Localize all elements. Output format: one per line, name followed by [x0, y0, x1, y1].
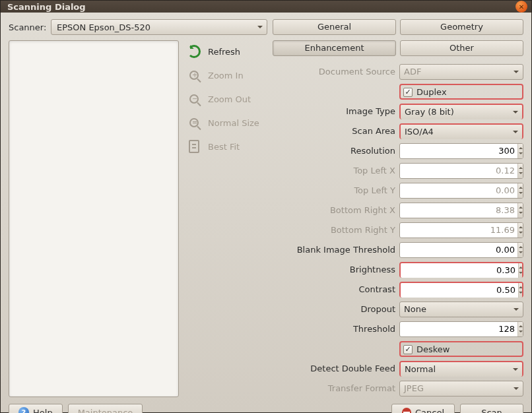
tab-geometry[interactable]: Geometry: [400, 19, 523, 35]
settings-form: Document Source ADF ✓ Duplex Image Type …: [273, 60, 523, 397]
row-duplex: ✓ Duplex: [273, 82, 523, 100]
zoom-out-label: Zoom Out: [208, 94, 251, 104]
row-threshold: Threshold: [273, 320, 523, 338]
bottom-bar: ? Help Maintenance Cancel Scan: [9, 397, 523, 413]
scanner-dropdown[interactable]: EPSON Epson_DS-520: [51, 19, 267, 35]
spinner-arrows-icon[interactable]: [517, 243, 523, 257]
zoom-in-icon: +: [187, 68, 201, 82]
help-label: Help: [33, 408, 53, 414]
tab-general[interactable]: General: [273, 19, 396, 35]
bottom-right-y-input[interactable]: [400, 223, 517, 238]
scan-area-dropdown[interactable]: ISO/A4: [401, 125, 522, 139]
window-title: Scanning Dialog: [5, 2, 515, 12]
row-deskew: ✓ Deskew: [273, 340, 523, 358]
left-column: Refresh + Zoom In − Zoom Out = Normal Si…: [9, 40, 266, 397]
cancel-label: Cancel: [415, 408, 444, 414]
zoom-out-icon: −: [187, 92, 201, 106]
row-scan-area: Scan Area ISO/A4: [273, 122, 523, 140]
refresh-button[interactable]: Refresh: [184, 43, 262, 60]
row-top-left-x: Top Left X: [273, 162, 523, 179]
checkbox-icon: ✓: [403, 88, 413, 97]
duplex-checkbox[interactable]: ✓ Duplex: [401, 85, 522, 100]
row-dropout: Dropout None: [273, 300, 523, 318]
spinner-arrows-icon[interactable]: [517, 164, 523, 178]
spinner-arrows-icon[interactable]: [517, 144, 523, 158]
maintenance-label: Maintenance: [78, 408, 133, 414]
cancel-button[interactable]: Cancel: [391, 404, 455, 413]
spinner-arrows-icon[interactable]: [517, 322, 523, 336]
bottom-right-y-spinner[interactable]: [399, 222, 523, 238]
scan-button[interactable]: Scan: [460, 404, 523, 413]
help-icon: ?: [18, 407, 29, 413]
spinner-arrows-icon[interactable]: [517, 183, 523, 198]
bottom-right-x-input[interactable]: [400, 203, 517, 218]
scan-label: Scan: [481, 408, 502, 414]
image-type-dropdown[interactable]: Gray (8 bit): [401, 105, 522, 119]
normal-size-button[interactable]: = Normal Size: [184, 114, 262, 131]
row-top-left-y: Top Left Y: [273, 181, 523, 199]
main-row: Refresh + Zoom In − Zoom Out = Normal Si…: [9, 40, 523, 397]
top-left-x-spinner[interactable]: [399, 163, 523, 179]
best-fit-button[interactable]: Best Fit: [184, 138, 262, 155]
contrast-input[interactable]: [401, 283, 518, 298]
top-left-x-input[interactable]: [400, 164, 517, 178]
resolution-spinner[interactable]: [399, 143, 523, 159]
row-transfer-format: Transfer Format JPEG: [273, 379, 523, 397]
spinner-arrows-icon[interactable]: [518, 263, 522, 278]
scanner-label: Scanner:: [9, 22, 46, 32]
dialog-content: Scanner: EPSON Epson_DS-520 General Geom…: [1, 13, 531, 413]
top-left-y-spinner[interactable]: [399, 183, 523, 199]
row-detect-double-feed: Detect Double Feed Normal: [273, 360, 523, 377]
threshold-input[interactable]: [400, 322, 517, 336]
row-image-type: Image Type Gray (8 bit): [273, 102, 523, 120]
tool-list: Refresh + Zoom In − Zoom Out = Normal Si…: [184, 40, 262, 397]
spinner-arrows-icon[interactable]: [517, 203, 523, 218]
scanning-dialog-window: Scanning Dialog ✕ Scanner: EPSON Epson_D…: [0, 0, 532, 413]
maintenance-button[interactable]: Maintenance: [68, 404, 143, 413]
duplex-label: Duplex: [416, 87, 447, 97]
refresh-icon: [187, 44, 201, 59]
row-blank-threshold: Blank Image Threshold: [273, 241, 523, 259]
best-fit-label: Best Fit: [208, 142, 240, 152]
close-icon[interactable]: ✕: [515, 1, 527, 13]
top-row: Scanner: EPSON Epson_DS-520 General Geom…: [9, 19, 523, 35]
scanner-value: EPSON Epson_DS-520: [57, 22, 150, 32]
zoom-in-label: Zoom In: [208, 71, 244, 80]
document-source-dropdown[interactable]: ADF: [399, 64, 523, 80]
normal-size-icon: =: [187, 115, 201, 130]
help-button[interactable]: ? Help: [9, 404, 63, 413]
tab-enhancement[interactable]: Enhancement: [273, 40, 396, 56]
brightness-input[interactable]: [401, 263, 518, 278]
zoom-in-button[interactable]: + Zoom In: [184, 67, 262, 84]
blank-threshold-input[interactable]: [400, 243, 517, 257]
brightness-spinner[interactable]: [401, 263, 522, 278]
deskew-checkbox[interactable]: ✓ Deskew: [401, 342, 522, 357]
row-bottom-right-x: Bottom Right X: [273, 201, 523, 219]
preview-pane[interactable]: [9, 40, 179, 397]
checkbox-icon: ✓: [403, 345, 413, 354]
row-resolution: Resolution: [273, 142, 523, 160]
refresh-label: Refresh: [208, 47, 240, 57]
cancel-icon: [402, 408, 411, 413]
transfer-format-dropdown[interactable]: JPEG: [399, 381, 523, 397]
top-left-y-input[interactable]: [400, 183, 517, 198]
right-column: Enhancement Other Document Source ADF ✓ …: [273, 40, 523, 397]
row-bottom-right-y: Bottom Right Y: [273, 221, 523, 239]
bottom-right-x-spinner[interactable]: [399, 203, 523, 218]
spinner-arrows-icon[interactable]: [517, 223, 523, 238]
detect-double-feed-dropdown[interactable]: Normal: [401, 362, 522, 377]
threshold-spinner[interactable]: [399, 321, 523, 337]
dropout-dropdown[interactable]: None: [399, 302, 523, 317]
zoom-out-button[interactable]: − Zoom Out: [184, 90, 262, 108]
blank-threshold-spinner[interactable]: [399, 242, 523, 258]
row-brightness: Brightness: [273, 261, 523, 278]
row-document-source: Document Source ADF: [273, 63, 523, 80]
titlebar[interactable]: Scanning Dialog ✕: [1, 1, 531, 13]
tab-other[interactable]: Other: [400, 40, 523, 56]
normal-size-label: Normal Size: [208, 118, 259, 128]
row-contrast: Contrast: [273, 280, 523, 298]
contrast-spinner[interactable]: [401, 283, 522, 298]
spinner-arrows-icon[interactable]: [518, 283, 522, 298]
resolution-input[interactable]: [400, 144, 517, 158]
best-fit-icon: [187, 139, 201, 154]
